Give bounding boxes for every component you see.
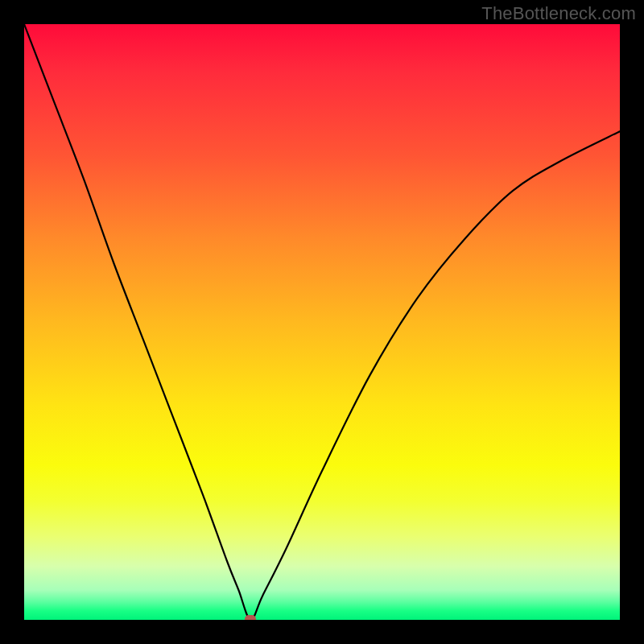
watermark-text: TheBottleneck.com [481,3,636,24]
chart-plot-area [24,24,620,620]
bottleneck-curve [24,24,620,620]
minimum-marker [245,615,256,620]
